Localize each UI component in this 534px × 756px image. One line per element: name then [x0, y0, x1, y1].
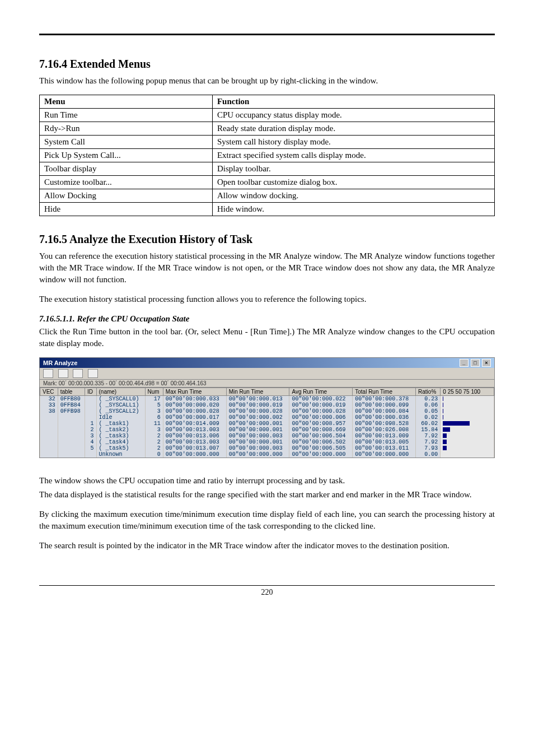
func-cell: Hide window.	[212, 203, 494, 216]
table-row[interactable]: Idle600"00'00:000.01700"00'00:000.00200"…	[40, 414, 494, 421]
ratio-bar-cell	[441, 421, 494, 427]
func-cell: CPU occupancy status display mode.	[212, 109, 494, 122]
cell: 00"00'00:006.505	[289, 445, 353, 451]
table-row[interactable]: Unknown000"00'00:000.00000"00'00:000.000…	[40, 451, 494, 458]
mr-analyze-window: MR Analyze _ □ × Mark: 00´ 00:00.000.335…	[39, 357, 495, 458]
section-heading-2: 7.16.5 Analyze the Execution History of …	[39, 233, 495, 246]
cell: 00"00'00:000.013	[226, 396, 289, 403]
toolbar	[40, 368, 494, 380]
cell: 3	[85, 433, 96, 439]
col-header[interactable]: Total Run Time	[353, 388, 416, 396]
cell: ( _task3)	[96, 433, 145, 439]
titlebar[interactable]: MR Analyze _ □ ×	[40, 358, 494, 368]
ratio-bar	[443, 440, 447, 444]
cell	[58, 445, 85, 451]
cell	[85, 451, 96, 458]
menu-table: Menu Function Run TimeCPU occupancy stat…	[39, 95, 495, 216]
ratio-bar-cell	[441, 433, 494, 439]
col-header[interactable]: Min Run Time	[226, 388, 289, 396]
col-header[interactable]: table	[58, 388, 85, 396]
cell: 0.02	[416, 414, 441, 421]
close-icon[interactable]: ×	[482, 359, 491, 367]
table-row[interactable]: 380FFB98( _SYSCALL2)300"00'00:000.02800"…	[40, 408, 494, 414]
table-row[interactable]: 330FFB84( _SYSCALL1)500"00'00:000.02000"…	[40, 402, 494, 408]
cell: 1	[85, 421, 96, 427]
cell: 00"00'00:008.669	[289, 427, 353, 433]
minimize-icon[interactable]: _	[460, 359, 469, 367]
toolbar-button[interactable]	[73, 369, 83, 378]
table-row: Rdy->RunReady state duration display mod…	[40, 122, 495, 136]
col-header[interactable]: Avg Run Time	[289, 388, 353, 396]
cell	[85, 414, 96, 421]
cell: ( _task5)	[96, 445, 145, 451]
cell: 00"00'00:000.028	[226, 408, 289, 414]
cell: 60.02	[416, 421, 441, 427]
cell: ( _task1)	[96, 421, 145, 427]
table-row[interactable]: 2( _task2)300"00'00:013.00300"00'00:000.…	[40, 427, 494, 433]
cell	[40, 433, 58, 439]
cell: ( _SYSCALL0)	[96, 396, 145, 403]
cell: 00"00'00:000.019	[289, 402, 353, 408]
func-cell: Extract specified system calls display m…	[212, 149, 494, 162]
cell: Idle	[96, 414, 145, 421]
cell	[85, 408, 96, 414]
table-row: Toolbar displayDisplay toolbar.	[40, 162, 495, 176]
menu-cell: Run Time	[40, 109, 213, 122]
table-row[interactable]: 4( _task4)200"00'00:013.00300"00'00:000.…	[40, 439, 494, 445]
cell: 00"00'00:000.003	[226, 433, 289, 439]
col-header[interactable]: (name)	[96, 388, 145, 396]
cell: 0.05	[416, 408, 441, 414]
cell: 0.00	[416, 451, 441, 458]
cell	[58, 439, 85, 445]
cell	[85, 396, 96, 403]
table-row: System CallSystem call history display m…	[40, 136, 495, 149]
cell: 0.23	[416, 396, 441, 403]
cell: 38	[40, 408, 58, 414]
para: You can reference the execution history …	[39, 250, 495, 286]
cell: 00"00'00:000.017	[163, 414, 226, 421]
cell: 5	[145, 402, 163, 408]
col-header[interactable]: Max Run Time	[163, 388, 226, 396]
cell: ( _task4)	[96, 439, 145, 445]
cell: 4	[85, 439, 96, 445]
cell	[40, 427, 58, 433]
cell: 00"00'00:000.028	[163, 408, 226, 414]
cell: 0FFB84	[58, 402, 85, 408]
toolbar-button[interactable]	[43, 369, 53, 378]
cell: 00"00'00:013.006	[163, 433, 226, 439]
cell: 00"00'00:006.504	[289, 433, 353, 439]
cell: 17	[145, 396, 163, 403]
table-row[interactable]: 1( _task1)1100"00'00:014.00900"00'00:000…	[40, 421, 494, 427]
para: The execution history statistical proces…	[39, 293, 495, 305]
cell: 15.84	[416, 427, 441, 433]
window-controls: _ □ ×	[459, 359, 491, 367]
ratio-bar	[443, 433, 447, 438]
table-row[interactable]: 3( _task3)200"00'00:013.00600"00'00:000.…	[40, 433, 494, 439]
maximize-icon[interactable]: □	[471, 359, 480, 367]
table-row: Customize toolbar...Open toolbar customi…	[40, 176, 495, 189]
cell: ( _task2)	[96, 427, 145, 433]
func-cell: Open toolbar customize dialog box.	[212, 176, 494, 189]
cell: ( _SYSCALL2)	[96, 408, 145, 414]
col-header[interactable]: VEC	[40, 388, 58, 396]
cell: 00"00'00:013.003	[163, 427, 226, 433]
cell: 00"00'00:013.009	[353, 433, 416, 439]
cell	[58, 451, 85, 458]
col-header[interactable]: Num	[145, 388, 163, 396]
cell: 5	[85, 445, 96, 451]
toolbar-button[interactable]	[88, 369, 98, 378]
cell: 00"00'00:000.036	[353, 414, 416, 421]
page-footer: 220	[39, 585, 495, 597]
ratio-bar-cell	[441, 396, 494, 403]
col-header[interactable]: ID	[85, 388, 96, 396]
cell: 7.93	[416, 445, 441, 451]
cell: 0.06	[416, 402, 441, 408]
table-row[interactable]: 5( _task5)200"00'00:013.00700"00'00:000.…	[40, 445, 494, 451]
cell: 11	[145, 421, 163, 427]
cell: 0	[145, 451, 163, 458]
window-title: MR Analyze	[43, 360, 77, 366]
table-row[interactable]: 320FFB80( _SYSCALL0)1700"00'00:000.03300…	[40, 396, 494, 403]
toolbar-button[interactable]	[58, 369, 68, 378]
func-cell: Display toolbar.	[212, 162, 494, 176]
col-header[interactable]: Ratio%	[416, 388, 441, 396]
